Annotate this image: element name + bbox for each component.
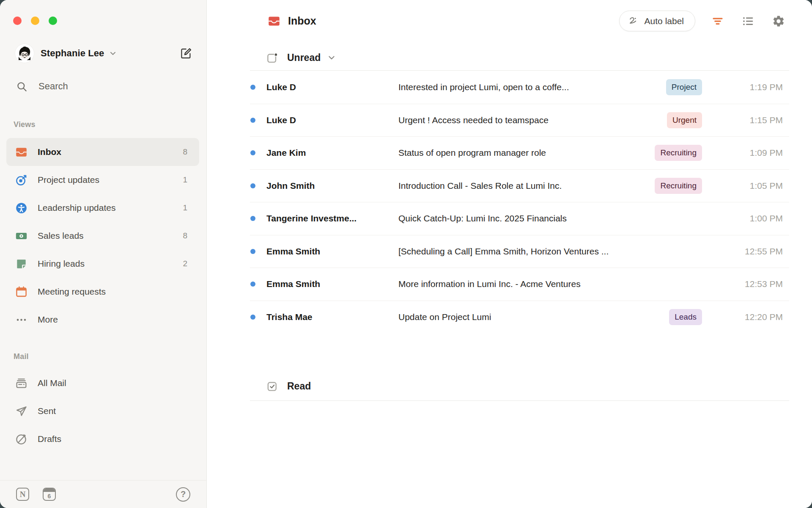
email-row[interactable]: Luke D Urgent ! Access needed to teamspa…	[250, 104, 789, 137]
sidebar-item-label: Project updates	[38, 175, 99, 185]
sidebar-item-label: Meeting requests	[38, 287, 106, 297]
sidebar-item-drafts[interactable]: Drafts	[6, 425, 199, 453]
auto-label-button[interactable]: Auto label	[619, 11, 695, 31]
sidebar-item-more[interactable]: More	[6, 306, 199, 334]
email-row[interactable]: Tangerine Investme... Quick Catch-Up: Lu…	[250, 202, 789, 235]
sidebar-item-sales-leads[interactable]: Sales leads 8	[6, 222, 199, 250]
email-row[interactable]: Emma Smith More information in Lumi Inc.…	[250, 268, 789, 301]
unread-icon	[266, 52, 278, 64]
email-row[interactable]: Trisha Mae Update on Project Lumi Leads …	[250, 301, 789, 334]
sidebar-item-all-mail[interactable]: All Mail	[6, 369, 199, 397]
app-badges: N 6	[16, 488, 56, 501]
magic-wand-icon	[628, 15, 639, 27]
sidebar-item-label: All Mail	[38, 378, 66, 388]
ellipsis-icon	[15, 314, 27, 326]
sidebar-footer: N 6 ?	[0, 480, 206, 508]
email-time: 1:15 PM	[708, 115, 789, 125]
sidebar-item-label: Inbox	[38, 147, 61, 157]
email-subject: Interested in project Lumi, open to a co…	[398, 82, 659, 92]
email-time: 12:53 PM	[708, 279, 789, 289]
settings-button[interactable]	[771, 13, 787, 29]
sidebar-item-count: 8	[183, 231, 187, 240]
email-time: 12:55 PM	[708, 246, 789, 257]
filter-button[interactable]	[710, 13, 726, 29]
sidebar-item-count: 1	[183, 203, 187, 213]
help-icon[interactable]: ?	[176, 487, 190, 502]
label-badge[interactable]: Project	[666, 79, 702, 95]
page-title: Inbox	[288, 15, 316, 27]
email-time: 1:00 PM	[708, 213, 789, 224]
app-window: Stephanie Lee Search Views	[0, 0, 812, 508]
email-subject: Status of open program manager role	[398, 148, 648, 158]
email-list: Luke D Interested in project Lumi, open …	[250, 71, 789, 333]
email-subject: Update on Project Lumi	[398, 312, 662, 322]
email-row[interactable]: John Smith Introduction Call - Sales Rol…	[250, 169, 789, 202]
pencil-circle-icon	[15, 433, 27, 445]
sticky-note-icon	[15, 258, 27, 270]
unread-dot	[250, 282, 255, 287]
chevron-down-icon	[109, 50, 117, 57]
list-icon	[742, 15, 754, 28]
email-sender: Jane Kim	[266, 148, 398, 158]
sidebar-item-label: Leadership updates	[38, 203, 115, 213]
person-circle-icon	[15, 202, 27, 214]
label-badge[interactable]: Leads	[669, 309, 702, 325]
mail-stack-icon	[15, 377, 27, 389]
sidebar-item-inbox[interactable]: Inbox 8	[6, 138, 199, 166]
read-group-header[interactable]: Read	[207, 374, 812, 398]
zoom-window-button[interactable]	[49, 17, 57, 25]
paper-plane-icon	[15, 405, 27, 417]
calendar-app-icon[interactable]: 6	[43, 488, 56, 501]
email-row[interactable]: Luke D Interested in project Lumi, open …	[250, 71, 789, 104]
close-window-button[interactable]	[13, 17, 22, 25]
read-checkbox-icon	[266, 380, 278, 392]
email-sender: Trisha Mae	[266, 312, 398, 322]
inbox-icon	[15, 146, 27, 158]
notion-logo-icon[interactable]: N	[16, 488, 29, 501]
email-row[interactable]: Jane Kim Status of open program manager …	[250, 136, 789, 169]
compose-icon	[180, 47, 192, 60]
account-switcher[interactable]: Stephanie Lee	[15, 42, 194, 64]
search-button[interactable]: Search	[10, 76, 196, 97]
search-label: Search	[38, 81, 68, 92]
label-badge[interactable]: Urgent	[667, 112, 702, 128]
mail-section-label: Mail	[0, 352, 206, 361]
unread-dot	[250, 183, 255, 188]
sidebar-item-leadership-updates[interactable]: Leadership updates 1	[6, 194, 199, 222]
mail-nav: All Mail Sent	[6, 369, 199, 453]
email-time: 1:19 PM	[708, 82, 789, 92]
unread-dot	[250, 118, 255, 123]
auto-label-button-label: Auto label	[645, 16, 684, 26]
email-sender: Emma Smith	[266, 279, 398, 289]
sidebar: Stephanie Lee Search Views	[0, 0, 207, 508]
email-subject: [Scheduling a Call] Emma Smith, Horizon …	[398, 246, 708, 257]
unread-dot	[250, 85, 255, 90]
label-badge[interactable]: Recruiting	[655, 178, 702, 194]
calendar-app-top-bar	[44, 489, 55, 492]
unread-dot	[250, 216, 255, 221]
minimize-window-button[interactable]	[31, 17, 39, 25]
list-view-button[interactable]	[740, 13, 756, 29]
compose-button[interactable]	[178, 46, 194, 61]
sidebar-item-meeting-requests[interactable]: Meeting requests	[6, 278, 199, 306]
read-divider	[250, 400, 789, 401]
target-icon	[15, 174, 27, 186]
window-controls	[13, 17, 57, 25]
label-badge[interactable]: Recruiting	[655, 145, 702, 161]
search-icon	[16, 81, 27, 92]
unread-dot	[250, 249, 255, 254]
calendar-icon	[15, 286, 27, 298]
chevron-down-icon	[327, 53, 336, 62]
sidebar-item-label: Sent	[38, 406, 56, 416]
sidebar-item-hiring-leads[interactable]: Hiring leads 2	[6, 250, 199, 278]
sidebar-item-label: Sales leads	[38, 231, 84, 241]
email-row[interactable]: Emma Smith [Scheduling a Call] Emma Smit…	[250, 235, 789, 268]
sidebar-item-label: Hiring leads	[38, 259, 85, 269]
main-panel: Inbox Auto label	[207, 0, 812, 508]
sidebar-item-sent[interactable]: Sent	[6, 397, 199, 425]
read-group-label: Read	[287, 381, 311, 392]
filter-icon	[711, 15, 724, 28]
sidebar-item-project-updates[interactable]: Project updates 1	[6, 166, 199, 194]
views-section-label: Views	[0, 120, 206, 129]
unread-group-header[interactable]: Unread	[207, 46, 812, 69]
